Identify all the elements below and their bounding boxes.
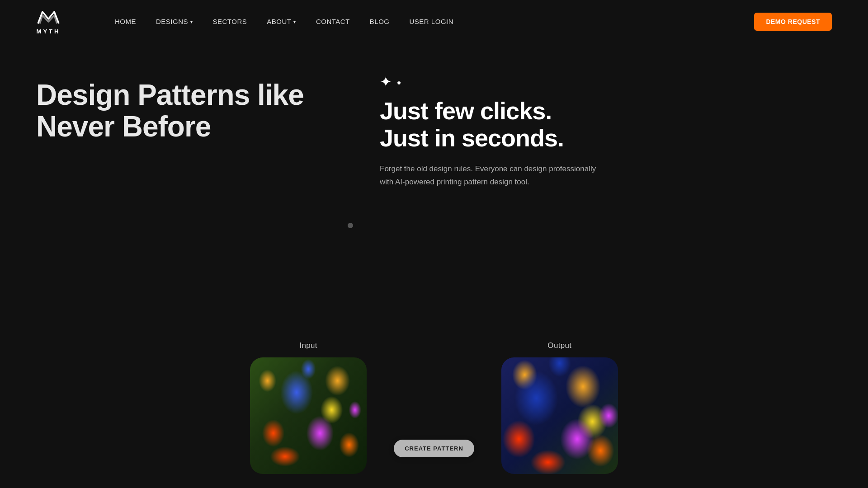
- logo-icon: [36, 8, 61, 27]
- hero-section: Design Patterns like Never Before ✦ ✦ Ju…: [0, 43, 868, 323]
- nav-about[interactable]: ABOUT ▾: [267, 18, 296, 25]
- navbar: MYTH HOME DESIGNS ▾ SECTORS ABOUT ▾ CONT…: [0, 0, 868, 43]
- demo-area: Input CREATE PATTERN Output: [0, 323, 868, 488]
- input-image: [250, 357, 367, 474]
- create-pattern-button[interactable]: CREATE PATTERN: [394, 440, 474, 457]
- hero-subtitle: Just few clicks. Just in seconds.: [380, 97, 692, 152]
- about-chevron-icon: ▾: [293, 19, 296, 24]
- output-column: Output: [501, 341, 618, 474]
- output-image: [501, 357, 618, 474]
- output-label: Output: [547, 341, 571, 350]
- nav-blog[interactable]: BLOG: [370, 18, 390, 25]
- hero-title: Design Patterns like Never Before: [36, 79, 353, 143]
- nav-designs[interactable]: DESIGNS ▾: [156, 18, 193, 25]
- nav-sectors[interactable]: SECTORS: [213, 18, 247, 25]
- nav-contact[interactable]: CONTACT: [316, 18, 350, 25]
- nav-user-login[interactable]: USER LOGIN: [410, 18, 454, 25]
- hero-right: ✦ ✦ Just few clicks. Just in seconds. Fo…: [353, 70, 692, 323]
- output-floral-pattern: [501, 357, 618, 474]
- nav-right: DEMO REQUEST: [754, 13, 832, 31]
- input-column: Input: [250, 341, 367, 474]
- nav-home[interactable]: HOME: [115, 18, 136, 25]
- logo[interactable]: MYTH: [36, 8, 61, 35]
- hero-left: Design Patterns like Never Before: [36, 70, 353, 323]
- hero-description: Forget the old design rules. Everyone ca…: [380, 163, 606, 189]
- input-label: Input: [300, 341, 317, 350]
- designs-chevron-icon: ▾: [190, 19, 193, 24]
- demo-request-button[interactable]: DEMO REQUEST: [754, 13, 832, 31]
- sparkle-group: ✦ ✦: [380, 75, 692, 89]
- nav-links: HOME DESIGNS ▾ SECTORS ABOUT ▾ CONTACT B…: [115, 18, 754, 25]
- sparkle-big-icon: ✦: [380, 75, 392, 89]
- input-floral-pattern: [250, 357, 367, 474]
- sparkle-small-icon: ✦: [396, 78, 402, 88]
- logo-text: MYTH: [37, 28, 61, 35]
